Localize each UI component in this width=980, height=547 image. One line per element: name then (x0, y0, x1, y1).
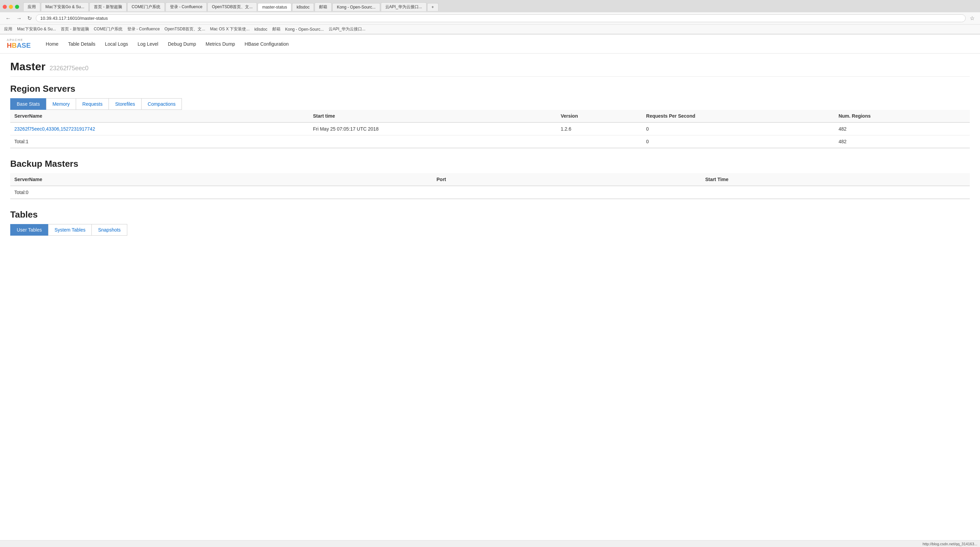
browser-tab[interactable]: OpenTSDB首页、文... (207, 2, 257, 11)
browser-tab[interactable]: 邮箱 (315, 2, 332, 11)
cell-total-empty2 (557, 135, 642, 148)
maximize-button[interactable] (15, 5, 19, 9)
tab-base-stats[interactable]: Base Stats (10, 98, 46, 110)
browser-tab[interactable]: 应用 (23, 2, 40, 11)
browser-tab[interactable]: 首页 - 新智超脑 (89, 2, 127, 11)
bookmark-item[interactable]: OpenTSDB首页、文... (163, 26, 207, 32)
col-bm-start-time: Start Time (701, 173, 970, 186)
tab-compactions[interactable]: Compactions (141, 98, 182, 110)
logo: APACHE HBASE (7, 38, 31, 49)
page-main-title: Master 23262f75eec0 (10, 60, 970, 73)
new-tab-button[interactable]: + (427, 3, 439, 11)
tab-memory[interactable]: Memory (46, 98, 76, 110)
cell-requests: 0 (642, 122, 835, 135)
nav-metrics-dump[interactable]: Metrics Dump (200, 38, 240, 49)
nav-home[interactable]: Home (41, 38, 63, 49)
address-bar: ← → ↻ 10.39.43.117:16010/master-status ☆ (0, 12, 980, 25)
col-start-time: Start time (309, 110, 557, 122)
minimize-button[interactable] (9, 5, 13, 9)
col-requests-per-second: Requests Per Second (642, 110, 835, 122)
browser-tab[interactable]: 云API_华为云接口... (381, 2, 426, 11)
cell-bm-empty2 (701, 186, 970, 199)
table-body: 23262f75eec0,43306,1527231917742 Fri May… (10, 122, 970, 148)
cell-bm-empty1 (432, 186, 701, 199)
col-bm-port: Port (432, 173, 701, 186)
browser-tab[interactable]: k8sdoc (292, 3, 314, 11)
bookmarks-bar: 应用 Mac下安装Go & Su... 首页 - 新智超脑 COME门户系统 登… (0, 25, 980, 34)
browser-tab-active[interactable]: master-status (258, 3, 291, 11)
bookmark-item[interactable]: 应用 (3, 26, 14, 32)
bookmark-item[interactable]: 登录 - Confluence (126, 26, 161, 32)
nav-local-logs[interactable]: Local Logs (100, 38, 133, 49)
refresh-button[interactable]: ↻ (26, 14, 33, 22)
browser-chrome: 应用 Mac下安装Go & Su... 首页 - 新智超脑 COME门户系统 登… (0, 0, 980, 35)
nav-debug-dump[interactable]: Debug Dump (163, 38, 201, 49)
cell-total-empty1 (309, 135, 557, 148)
tab-system-tables[interactable]: System Tables (48, 224, 92, 236)
col-bm-server-name: ServerName (10, 173, 432, 186)
browser-tab[interactable]: Kong - Open-Sourc... (332, 3, 380, 11)
backup-table-body: Total:0 (10, 186, 970, 199)
cell-total-label: Total:1 (10, 135, 309, 148)
cell-version: 1.2.6 (557, 122, 642, 135)
browser-tab[interactable]: Mac下安装Go & Su... (41, 2, 89, 11)
server-name-link[interactable]: 23262f75eec0,43306,1527231917742 (14, 126, 95, 132)
tab-storefiles[interactable]: Storefiles (108, 98, 141, 110)
region-servers-title: Region Servers (10, 84, 970, 94)
cell-server-name: 23262f75eec0,43306,1527231917742 (10, 122, 309, 135)
col-num-regions: Num. Regions (834, 110, 970, 122)
page-subtitle: 23262f75eec0 (49, 65, 88, 72)
region-servers-section: Region Servers Base Stats Memory Request… (10, 84, 970, 148)
bookmark-item[interactable]: Kong - Open-Sourc... (284, 27, 325, 32)
forward-button[interactable]: → (15, 15, 23, 22)
page-title-area: Master 23262f75eec0 (10, 60, 970, 77)
cell-num-regions: 482 (834, 122, 970, 135)
backup-masters-table: ServerName Port Start Time Total:0 (10, 173, 970, 199)
url-bar[interactable]: 10.39.43.117:16010/master-status (36, 14, 966, 22)
region-servers-tabs: Base Stats Memory Requests Storefiles Co… (10, 98, 970, 110)
bookmark-item[interactable]: 首页 - 新智超脑 (59, 26, 91, 32)
tab-snapshots[interactable]: Snapshots (91, 224, 127, 236)
page-content: APACHE HBASE Home Table Details Local Lo… (0, 35, 980, 253)
region-servers-table: ServerName Start time Version Requests P… (10, 110, 970, 148)
cell-total-regions: 482 (834, 135, 970, 148)
nav-menu: Home Table Details Local Logs Log Level … (41, 38, 293, 49)
bookmark-item[interactable]: COME门户系统 (92, 26, 124, 32)
browser-tab[interactable]: COME门户系统 (127, 2, 165, 11)
backup-table-header: ServerName Port Start Time (10, 173, 970, 186)
logo-hbase-text: HBASE (7, 41, 31, 49)
logo-apache-text: APACHE (7, 38, 31, 41)
browser-tab[interactable]: 登录 - Confluence (165, 2, 207, 11)
main-content: Master 23262f75eec0 Region Servers Base … (0, 54, 980, 253)
table-total-row: Total:1 0 482 (10, 135, 970, 148)
nav-log-level[interactable]: Log Level (133, 38, 163, 49)
table-header: ServerName Start time Version Requests P… (10, 110, 970, 122)
tab-bar: 应用 Mac下安装Go & Su... 首页 - 新智超脑 COME门户系统 登… (0, 0, 980, 12)
tables-section: Tables User Tables System Tables Snapsho… (10, 209, 970, 236)
nav-table-details[interactable]: Table Details (63, 38, 100, 49)
back-button[interactable]: ← (4, 15, 12, 22)
tables-title: Tables (10, 209, 970, 220)
bookmark-item[interactable]: Mac下安装Go & Su... (16, 26, 57, 32)
tab-requests[interactable]: Requests (76, 98, 108, 110)
backup-total-row: Total:0 (10, 186, 970, 199)
col-version: Version (557, 110, 642, 122)
table-row: 23262f75eec0,43306,1527231917742 Fri May… (10, 122, 970, 135)
bookmark-item[interactable]: Mac OS X 下安装使... (208, 26, 251, 32)
top-nav: APACHE HBASE Home Table Details Local Lo… (0, 35, 980, 54)
bookmark-item[interactable]: k8sdoc (253, 27, 269, 32)
backup-masters-section: Backup Masters ServerName Port Start Tim… (10, 159, 970, 199)
cell-start-time: Fri May 25 07:05:17 UTC 2018 (309, 122, 557, 135)
nav-hbase-config[interactable]: HBase Configuration (240, 38, 293, 49)
bookmark-item[interactable]: 云API_华为云接口... (327, 26, 367, 32)
bookmark-item[interactable]: 邮箱 (271, 26, 282, 32)
bookmark-button[interactable]: ☆ (969, 14, 976, 22)
cell-bm-total: Total:0 (10, 186, 432, 199)
close-button[interactable] (3, 5, 7, 9)
page-title: Master (10, 60, 45, 73)
col-server-name: ServerName (10, 110, 309, 122)
tab-user-tables[interactable]: User Tables (10, 224, 48, 236)
cell-total-requests: 0 (642, 135, 835, 148)
tables-tabs: User Tables System Tables Snapshots (10, 224, 970, 236)
backup-masters-title: Backup Masters (10, 159, 970, 169)
